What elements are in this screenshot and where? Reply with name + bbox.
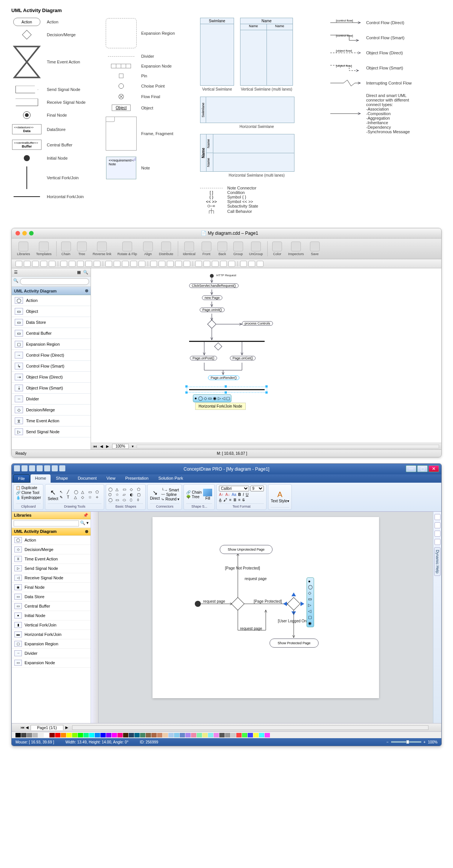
shape-note-icon[interactable]: ▢ xyxy=(226,396,230,401)
library-item-decision-merge[interactable]: ◇Decision/Merge xyxy=(12,545,91,554)
basic-shape-button[interactable]: △ xyxy=(116,487,122,491)
close-panel-icon[interactable]: ⊗ xyxy=(85,288,88,293)
library-item-receive-signal-node[interactable]: ◁Receive Signal Node xyxy=(12,573,91,583)
shape-action-icon[interactable]: ◯ xyxy=(198,396,203,401)
basic-shape-button[interactable]: ☆ xyxy=(116,492,122,497)
toolstrip-button[interactable] xyxy=(60,261,67,267)
color-swatch[interactable] xyxy=(168,733,174,737)
color-swatch[interactable] xyxy=(146,733,151,737)
color-swatch[interactable] xyxy=(174,733,179,737)
color-swatch[interactable] xyxy=(265,733,270,737)
color-swatch[interactable] xyxy=(38,733,43,737)
shape-final-icon[interactable]: ◉ xyxy=(213,396,217,401)
tab-file[interactable]: File xyxy=(13,474,30,483)
toolstrip-button[interactable] xyxy=(150,261,157,267)
toolstrip-button[interactable] xyxy=(32,261,39,267)
search-options-icon[interactable]: ▾ xyxy=(86,520,89,526)
draw-tool-button[interactable]: ☆ xyxy=(88,495,94,499)
toolbar-front-button[interactable]: Front xyxy=(200,242,213,256)
search-icon[interactable]: 🔍 xyxy=(83,270,88,275)
draw-tool-button[interactable]: ⬠ xyxy=(96,490,102,494)
toolstrip-button[interactable] xyxy=(257,261,263,267)
library-item-horizontal-fork-join[interactable]: ▬Horizontal Fork/Join xyxy=(12,630,91,639)
toolbar-inspectors-button[interactable]: Inspectors xyxy=(287,242,305,256)
toolstrip-button[interactable] xyxy=(195,261,202,267)
library-item-divider[interactable]: ┈Divider xyxy=(12,649,91,658)
panel-icon[interactable] xyxy=(435,522,441,528)
shape-rect-icon[interactable]: ▭ xyxy=(308,597,313,602)
clone-tool-button[interactable]: 🔗 Clone Tool xyxy=(16,491,39,495)
color-swatch[interactable] xyxy=(32,733,38,737)
color-swatch[interactable] xyxy=(55,733,60,737)
toolbar-back-button[interactable]: Back xyxy=(216,242,229,256)
quick-shape-toolbar[interactable]: ●◯◇▭▷◁▢◉ xyxy=(307,577,314,627)
basic-shape-button[interactable]: ◊ xyxy=(137,498,143,502)
font-select[interactable]: Calibri xyxy=(219,486,249,491)
color-swatch[interactable] xyxy=(253,733,259,737)
draw-tool-button[interactable]: ▭ xyxy=(88,490,94,494)
toolstrip-button[interactable] xyxy=(248,261,255,267)
toolstrip-button[interactable] xyxy=(49,261,55,267)
node[interactable]: Show Unprotected Page xyxy=(220,545,273,554)
draw-tool-button[interactable]: T xyxy=(67,495,73,499)
library-item-data-store[interactable]: ▭Data Store xyxy=(12,592,91,602)
color-swatch[interactable] xyxy=(15,733,21,737)
toolstrip-button[interactable] xyxy=(15,261,22,267)
color-swatch[interactable] xyxy=(231,733,236,737)
toolstrip-button[interactable] xyxy=(203,261,210,267)
shape-rect-icon[interactable]: ▭ xyxy=(208,396,212,401)
color-swatch[interactable] xyxy=(242,733,247,737)
draw-tool-button[interactable]: ◯ xyxy=(74,490,80,494)
sidebar-item-data-store[interactable]: ▭Data Store xyxy=(12,317,91,328)
toolstrip-button[interactable] xyxy=(175,261,182,267)
sidebar-item-decision-merge[interactable]: ◇Decision/Merge xyxy=(12,405,91,416)
toolstrip-button[interactable] xyxy=(85,261,92,267)
node[interactable]: new Page xyxy=(202,295,222,300)
toolbar-libraries-button[interactable]: Libraries xyxy=(15,242,32,256)
basic-shape-button[interactable]: ◐ xyxy=(130,492,136,497)
toolstrip-button[interactable] xyxy=(167,261,174,267)
italic-button[interactable]: I xyxy=(243,492,244,497)
round-connector-button[interactable]: ⤿ Round ▾ xyxy=(161,497,179,501)
zoom-out-icon[interactable]: − xyxy=(387,740,389,744)
canvas-page[interactable]: Show Unprotected Page [Page Not Protecte… xyxy=(153,517,379,698)
select-button[interactable]: ↖Select xyxy=(48,488,58,501)
color-swatch[interactable] xyxy=(185,733,191,737)
toolbar-tree-button[interactable]: Tree xyxy=(76,242,88,256)
draw-tool-button[interactable]: ↖ xyxy=(60,490,66,494)
shape-initial-icon[interactable]: ● xyxy=(194,396,197,401)
first-page-icon[interactable]: ⏮ xyxy=(21,725,25,729)
draw-tool-button[interactable]: ◇ xyxy=(81,495,87,499)
mac-titlebar[interactable]: 📄 My diagram.cdd – Page1 xyxy=(12,228,441,238)
hscrollbar[interactable] xyxy=(72,725,428,730)
minimize-icon[interactable]: — xyxy=(406,465,416,472)
library-item-initial-node[interactable]: ●Initial Node xyxy=(12,611,91,620)
first-page-icon[interactable]: ⏮ xyxy=(93,444,97,448)
draw-tool-button[interactable]: △ xyxy=(74,495,80,499)
sidebar-item-object-flow-smart-[interactable]: ⇣Object Flow (Smart) xyxy=(12,383,91,394)
page-tab[interactable]: Page1 (1/1) xyxy=(31,725,63,730)
bold-button[interactable]: B xyxy=(238,492,241,497)
shape-action-icon[interactable]: ◯ xyxy=(308,585,313,589)
color-swatch[interactable] xyxy=(61,733,66,737)
sidebar-item-divider[interactable]: ┈Divider xyxy=(12,394,91,405)
node[interactable]: Show Protected Page xyxy=(270,639,319,648)
shape-final-icon[interactable]: ◉ xyxy=(308,621,313,626)
color-swatch[interactable] xyxy=(151,733,157,737)
basic-shape-button[interactable]: ▭ xyxy=(116,498,122,502)
library-item-expansion-node[interactable]: ▭Expansion Node xyxy=(12,658,91,668)
panel-icon[interactable] xyxy=(435,514,441,520)
decrease-font-icon[interactable]: A↓ xyxy=(225,492,230,497)
color-swatch[interactable] xyxy=(208,733,213,737)
libraries-header[interactable]: Libraries📌 xyxy=(12,512,91,519)
color-swatch[interactable] xyxy=(72,733,77,737)
shape-diamond-icon[interactable]: ◇ xyxy=(204,396,207,401)
draw-tool-button[interactable]: ✎ xyxy=(60,495,66,499)
shape-diamond-icon[interactable]: ◇ xyxy=(308,591,313,596)
duplicate-button[interactable]: 📋 Duplicate xyxy=(16,486,37,490)
font-color-icon[interactable]: A̲ xyxy=(219,498,222,502)
shape-send-icon[interactable]: ▷ xyxy=(308,603,313,608)
toolbar-ungroup-button[interactable]: UnGroup xyxy=(248,242,265,256)
library-item-expansion-region[interactable]: ▢Expansion Region xyxy=(12,639,91,649)
color-swatch[interactable] xyxy=(236,733,242,737)
